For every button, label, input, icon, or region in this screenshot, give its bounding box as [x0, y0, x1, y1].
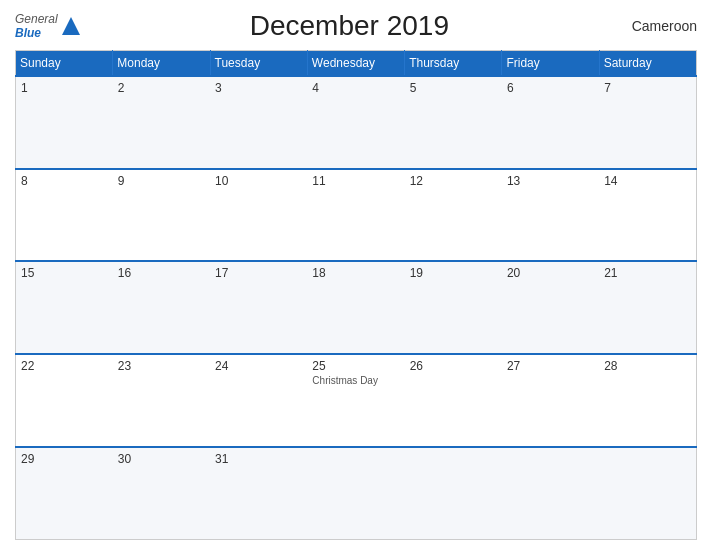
calendar-day-cell: 12: [405, 169, 502, 262]
calendar-day-cell: 17: [210, 261, 307, 354]
calendar-week-row: 22232425Christmas Day262728: [16, 354, 697, 447]
calendar-day-cell: 1: [16, 76, 113, 169]
day-number: 5: [410, 81, 497, 95]
calendar-day-cell: 30: [113, 447, 210, 540]
calendar-day-cell: 6: [502, 76, 599, 169]
day-number: 12: [410, 174, 497, 188]
calendar-day-cell: 9: [113, 169, 210, 262]
day-number: 23: [118, 359, 205, 373]
country-label: Cameroon: [617, 18, 697, 34]
col-saturday: Saturday: [599, 51, 696, 77]
svg-marker-0: [62, 17, 80, 35]
calendar-day-cell: 18: [307, 261, 404, 354]
calendar-day-cell: 14: [599, 169, 696, 262]
logo: General Blue: [15, 12, 82, 41]
calendar-day-cell: 15: [16, 261, 113, 354]
calendar-day-cell: 3: [210, 76, 307, 169]
day-number: 6: [507, 81, 594, 95]
calendar-day-cell: 10: [210, 169, 307, 262]
calendar-day-cell: 29: [16, 447, 113, 540]
day-number: 28: [604, 359, 691, 373]
calendar-day-cell: 21: [599, 261, 696, 354]
day-number: 15: [21, 266, 108, 280]
calendar-day-cell: 27: [502, 354, 599, 447]
calendar-day-cell: 24: [210, 354, 307, 447]
day-number: 24: [215, 359, 302, 373]
day-number: 8: [21, 174, 108, 188]
calendar-day-cell: 13: [502, 169, 599, 262]
calendar-day-cell: 8: [16, 169, 113, 262]
day-number: 10: [215, 174, 302, 188]
day-number: 7: [604, 81, 691, 95]
calendar-day-cell: 31: [210, 447, 307, 540]
logo-general-text: General: [15, 12, 58, 26]
calendar-day-cell: 4: [307, 76, 404, 169]
calendar-day-cell: [405, 447, 502, 540]
day-number: 2: [118, 81, 205, 95]
logo-flag-icon: [60, 15, 82, 37]
calendar-day-cell: [502, 447, 599, 540]
calendar-week-row: 293031: [16, 447, 697, 540]
day-number: 27: [507, 359, 594, 373]
page-title: December 2019: [82, 10, 617, 42]
day-number: 3: [215, 81, 302, 95]
calendar-day-cell: 7: [599, 76, 696, 169]
day-number: 13: [507, 174, 594, 188]
calendar-week-row: 1234567: [16, 76, 697, 169]
day-number: 16: [118, 266, 205, 280]
calendar-week-row: 891011121314: [16, 169, 697, 262]
day-number: 11: [312, 174, 399, 188]
day-number: 17: [215, 266, 302, 280]
calendar-table: Sunday Monday Tuesday Wednesday Thursday…: [15, 50, 697, 540]
day-number: 30: [118, 452, 205, 466]
calendar-day-cell: 25Christmas Day: [307, 354, 404, 447]
day-number: 20: [507, 266, 594, 280]
day-number: 14: [604, 174, 691, 188]
calendar-day-cell: 22: [16, 354, 113, 447]
day-number: 9: [118, 174, 205, 188]
logo-blue-text: Blue: [15, 26, 58, 40]
calendar-header-row: Sunday Monday Tuesday Wednesday Thursday…: [16, 51, 697, 77]
calendar-day-cell: 23: [113, 354, 210, 447]
calendar-day-cell: 5: [405, 76, 502, 169]
day-number: 18: [312, 266, 399, 280]
holiday-label: Christmas Day: [312, 375, 399, 386]
calendar-day-cell: 26: [405, 354, 502, 447]
col-monday: Monday: [113, 51, 210, 77]
day-number: 19: [410, 266, 497, 280]
col-tuesday: Tuesday: [210, 51, 307, 77]
day-number: 26: [410, 359, 497, 373]
calendar-day-cell: 2: [113, 76, 210, 169]
day-number: 22: [21, 359, 108, 373]
col-wednesday: Wednesday: [307, 51, 404, 77]
day-number: 31: [215, 452, 302, 466]
day-number: 4: [312, 81, 399, 95]
col-sunday: Sunday: [16, 51, 113, 77]
calendar-day-cell: 19: [405, 261, 502, 354]
calendar-day-cell: [599, 447, 696, 540]
day-number: 29: [21, 452, 108, 466]
col-friday: Friday: [502, 51, 599, 77]
page-header: General Blue December 2019 Cameroon: [15, 10, 697, 42]
calendar-day-cell: 28: [599, 354, 696, 447]
calendar-day-cell: 16: [113, 261, 210, 354]
calendar-day-cell: 11: [307, 169, 404, 262]
day-number: 21: [604, 266, 691, 280]
day-number: 1: [21, 81, 108, 95]
day-number: 25: [312, 359, 399, 373]
calendar-day-cell: 20: [502, 261, 599, 354]
calendar-day-cell: [307, 447, 404, 540]
calendar-week-row: 15161718192021: [16, 261, 697, 354]
col-thursday: Thursday: [405, 51, 502, 77]
